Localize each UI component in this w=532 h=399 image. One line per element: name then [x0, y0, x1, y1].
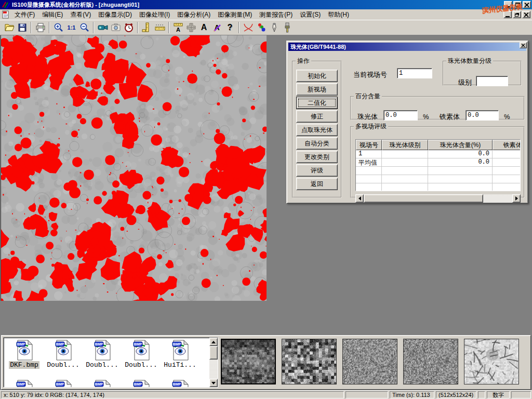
- video-capture-button[interactable]: [96, 21, 109, 34]
- binarize-button[interactable]: 二值化: [296, 97, 338, 109]
- scroll-right-button[interactable]: [512, 194, 521, 203]
- pixel-info-panel: x: 510 y: 79 idx: 0 RGB: (174, 174, 174): [1, 391, 344, 398]
- file-item[interactable]: BMP Doubl...: [83, 340, 122, 369]
- thumbnail-1[interactable]: [221, 339, 276, 384]
- table-horizontal-scrollbar[interactable]: [355, 194, 521, 203]
- scroll-down-button[interactable]: [209, 379, 218, 387]
- cell-grade: [382, 158, 428, 167]
- text-annotation-button[interactable]: A: [197, 21, 210, 34]
- menu-view[interactable]: 查看(V): [66, 9, 95, 20]
- arrow-left-icon: [358, 196, 361, 201]
- level-input[interactable]: [476, 76, 508, 86]
- dialog-title-bar[interactable]: 珠光体(GB/T9441-88): [288, 43, 526, 51]
- multi-view-group: 多视场评级 视场号 珠光体级别 珠光体含量(%) 铁素体含量(%) 1 0.0 …: [350, 122, 525, 198]
- zoom-in-button[interactable]: [52, 21, 65, 34]
- open-file-button[interactable]: [3, 21, 16, 34]
- caliper-measure-button[interactable]: [140, 21, 153, 34]
- file-item[interactable]: BMP: [5, 380, 44, 388]
- menu-image-processing[interactable]: 图像处理(I): [136, 9, 174, 20]
- file-item[interactable]: BMP Doubl...: [122, 340, 161, 369]
- timer-button[interactable]: [122, 21, 135, 34]
- scrollbar-thumb[interactable]: [364, 194, 483, 203]
- point-pick-button[interactable]: [268, 21, 281, 34]
- file-item[interactable]: BMP DKF.bmp: [5, 340, 44, 369]
- edit-annotation-button[interactable]: A: [210, 21, 223, 34]
- multi-view-table[interactable]: 视场号 珠光体级别 珠光体含量(%) 铁素体含量(%) 1 0.0 平均值 0.…: [355, 139, 521, 191]
- menu-image-analysis[interactable]: 图像分析(A): [174, 9, 214, 20]
- menu-settings[interactable]: 设置(S): [296, 9, 324, 20]
- initialize-button[interactable]: 初始化: [296, 70, 338, 82]
- thumbnail-2[interactable]: [282, 339, 337, 384]
- print-button[interactable]: [34, 21, 47, 34]
- auto-classify-button[interactable]: 自动分类: [296, 137, 338, 150]
- letter-a-icon: A: [201, 23, 207, 32]
- file-item[interactable]: BMP HuiTi...: [161, 340, 200, 369]
- correct-button[interactable]: 修正: [296, 110, 338, 123]
- return-button[interactable]: 返回: [296, 178, 338, 190]
- svg-text:BMP: BMP: [172, 382, 181, 386]
- percent-group: 百分含量 珠光体 % 铁素体 %: [350, 92, 525, 120]
- menu-measure-report[interactable]: 测量报告(P): [256, 9, 296, 20]
- scroll-up-button[interactable]: [209, 338, 218, 346]
- file-item[interactable]: BMP Doubl...: [44, 340, 83, 369]
- bmp-file-icon: BMP: [94, 340, 111, 361]
- scrollbar-track[interactable]: [483, 194, 512, 203]
- toolbar-separator: [31, 22, 32, 33]
- ruler-measure-button[interactable]: [153, 21, 166, 34]
- scrollbar-track[interactable]: [209, 360, 218, 379]
- new-field-button[interactable]: 新视场: [296, 83, 338, 96]
- toolbar-separator: [168, 22, 169, 33]
- file-list[interactable]: BMP DKF.bmp BMP Doubl...: [3, 337, 218, 388]
- menu-file[interactable]: 文件(F): [11, 9, 38, 20]
- zoom-out-button[interactable]: [78, 21, 91, 34]
- menu-image-measure[interactable]: 图像测量(M): [214, 9, 256, 20]
- file-name[interactable]: Doubl...: [85, 361, 119, 369]
- file-name[interactable]: DKF.bmp: [9, 361, 39, 369]
- scrollbar-thumb[interactable]: [209, 346, 218, 360]
- dialog-close-button[interactable]: [520, 42, 527, 48]
- menu-edit[interactable]: 编辑(E): [38, 9, 66, 20]
- save-button[interactable]: [16, 21, 29, 34]
- col-view-number: 视场号: [356, 140, 382, 150]
- pearlite-dialog: 珠光体(GB/T9441-88) 操作 初始化 新视场 二值化 修正 点取珠光体…: [286, 41, 528, 204]
- file-row-partial: BMP BMP BMP BMP BMP: [5, 380, 200, 388]
- svg-text:BMP: BMP: [172, 342, 181, 346]
- scroll-left-button[interactable]: [355, 194, 364, 203]
- menu-help[interactable]: 帮助(H): [324, 9, 353, 20]
- bmp-file-icon: BMP: [132, 340, 150, 361]
- file-item[interactable]: BMP: [122, 380, 161, 388]
- close-button[interactable]: [523, 1, 531, 8]
- pick-pearlite-button[interactable]: 点取珠光体: [296, 124, 338, 136]
- thumbnail-4[interactable]: [403, 339, 458, 384]
- file-item[interactable]: BMP: [161, 380, 200, 388]
- grid-count-button[interactable]: [184, 21, 197, 34]
- help-button[interactable]: ?: [223, 21, 236, 34]
- change-class-button[interactable]: 更改类别: [296, 151, 338, 163]
- pearlite-percent-input[interactable]: [383, 110, 418, 121]
- metallograph-image[interactable]: [1, 35, 267, 301]
- file-name[interactable]: Doubl...: [124, 361, 158, 369]
- current-view-input[interactable]: [397, 68, 432, 78]
- operation-group-label: 操作: [296, 57, 311, 65]
- grid-cross-icon: [186, 22, 196, 33]
- camera-icon: [111, 22, 121, 33]
- file-name[interactable]: HuiTi...: [163, 361, 197, 369]
- ferrite-label: 铁素体: [440, 112, 460, 122]
- snapshot-button[interactable]: [109, 21, 122, 34]
- phase-classify-button[interactable]: [255, 21, 268, 34]
- curve-tool-button[interactable]: [242, 21, 255, 34]
- title-bar: IS100显微摄像系统(金相分析版) - [zhuguangti01]: [0, 0, 532, 9]
- actual-size-button[interactable]: 1:1: [65, 21, 78, 34]
- rate-button[interactable]: 评级: [296, 164, 338, 177]
- file-name[interactable]: Doubl...: [46, 361, 80, 369]
- measure-annotate-button[interactable]: A: [171, 21, 184, 34]
- brush-tool-button[interactable]: [281, 21, 294, 34]
- thumbnail-3[interactable]: [342, 339, 397, 384]
- child-close-button[interactable]: [522, 11, 530, 18]
- menu-image-display[interactable]: 图像显示(D): [95, 9, 136, 20]
- ferrite-percent-input[interactable]: [466, 110, 499, 121]
- file-list-scrollbar[interactable]: [209, 338, 218, 387]
- file-item[interactable]: BMP: [83, 380, 122, 388]
- file-item[interactable]: BMP: [44, 380, 83, 388]
- thumbnail-5[interactable]: [464, 339, 519, 384]
